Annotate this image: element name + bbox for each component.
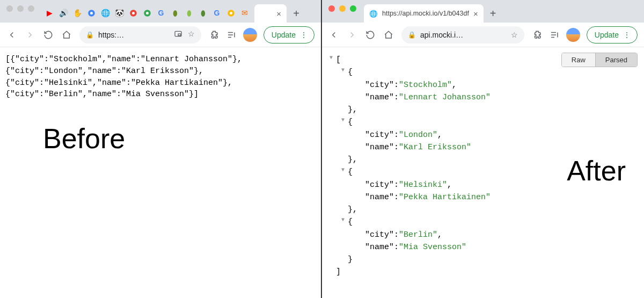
toggle-icon[interactable]: ▼ bbox=[341, 216, 348, 228]
lock-icon: 🔒 bbox=[408, 31, 416, 39]
new-tab-button[interactable]: + bbox=[289, 6, 304, 21]
tabstrip: ▶ 🔊 ✋ 🌐 🐼 G ⬮ ⬮ ⬮ G ✉ × + bbox=[0, 0, 321, 23]
profile-avatar[interactable] bbox=[566, 28, 580, 42]
close-tab-icon[interactable]: × bbox=[276, 9, 281, 18]
menu-dots-icon[interactable]: ⋮ bbox=[300, 31, 308, 39]
traffic-min[interactable] bbox=[17, 5, 24, 12]
close-tab-icon[interactable]: × bbox=[473, 9, 478, 18]
svg-point-5 bbox=[146, 12, 149, 14]
globe-icon: 🌐 bbox=[369, 9, 378, 18]
pinned-leaf3-icon[interactable]: ⬮ bbox=[199, 9, 207, 17]
reload-button[interactable] bbox=[365, 30, 376, 40]
toolbar-actions: Update ⋮ bbox=[532, 26, 638, 43]
svg-point-1 bbox=[90, 12, 93, 14]
update-button[interactable]: Update ⋮ bbox=[587, 26, 638, 43]
toolbar: 🔒 https:… ☆ Update ⋮ bbox=[0, 23, 321, 47]
extensions-icon[interactable] bbox=[532, 30, 543, 40]
json-property-row: "city": "London", bbox=[330, 129, 639, 141]
active-tab[interactable]: × bbox=[254, 4, 287, 23]
mac-traffic-lights bbox=[3, 5, 40, 17]
active-tab[interactable]: 🌐 https://api.mocki.io/v1/b043df × bbox=[364, 4, 484, 23]
traffic-min[interactable] bbox=[339, 5, 346, 12]
json-property-row: "name": "Lennart Johansson" bbox=[330, 91, 639, 104]
update-label: Update bbox=[272, 31, 296, 39]
extensions-icon[interactable] bbox=[209, 30, 219, 40]
tabstrip: 🌐 https://api.mocki.io/v1/b043df × + bbox=[322, 0, 644, 23]
pinned-panda-icon[interactable]: 🐼 bbox=[115, 9, 123, 17]
url-text: api.mocki.i… bbox=[420, 31, 507, 39]
after-label: After bbox=[567, 155, 626, 187]
address-bar[interactable]: 🔒 api.mocki.i… ☆ bbox=[401, 26, 524, 43]
reload-button[interactable] bbox=[43, 30, 54, 40]
home-button[interactable] bbox=[61, 30, 72, 40]
traffic-max[interactable] bbox=[28, 5, 34, 12]
tab-title: https://api.mocki.io/v1/b043df bbox=[382, 10, 469, 17]
lock-icon: 🔒 bbox=[86, 31, 94, 39]
parsed-tab-button[interactable]: Parsed bbox=[595, 53, 637, 67]
svg-point-3 bbox=[132, 12, 135, 14]
before-window: ▶ 🔊 ✋ 🌐 🐼 G ⬮ ⬮ ⬮ G ✉ × + 🔒 http bbox=[0, 0, 322, 298]
forward-button[interactable] bbox=[347, 30, 357, 40]
pinned-mail-icon[interactable]: ✉ bbox=[240, 9, 249, 17]
reading-list-icon[interactable] bbox=[226, 30, 237, 40]
toolbar: 🔒 api.mocki.i… ☆ Update ⋮ bbox=[322, 23, 644, 47]
json-property-row: "name": "Mia Svensson" bbox=[330, 241, 639, 253]
profile-avatar[interactable] bbox=[243, 28, 257, 42]
update-button[interactable]: Update ⋮ bbox=[264, 26, 314, 43]
json-viewer-toolbar: Raw Parsed bbox=[561, 53, 638, 67]
forward-button[interactable] bbox=[25, 30, 35, 40]
toggle-icon[interactable]: ▼ bbox=[341, 166, 348, 178]
before-label: Before bbox=[43, 122, 125, 155]
svg-rect-9 bbox=[178, 34, 181, 35]
raw-json-text: [{"city":"Stockholm","name":"Lennart Joh… bbox=[5, 54, 316, 100]
traffic-max[interactable] bbox=[350, 5, 356, 12]
json-property-row: "city": "Stockholm", bbox=[330, 79, 639, 91]
star-icon[interactable]: ☆ bbox=[511, 31, 518, 39]
pip-icon[interactable] bbox=[174, 30, 182, 40]
pinned-google2-icon[interactable]: G bbox=[213, 9, 221, 17]
menu-dots-icon[interactable]: ⋮ bbox=[623, 31, 631, 39]
pinned-sound-icon[interactable]: 🔊 bbox=[59, 9, 68, 17]
traffic-close[interactable] bbox=[328, 5, 335, 12]
raw-tab-button[interactable]: Raw bbox=[562, 53, 595, 67]
pinned-chrome3-icon[interactable] bbox=[143, 9, 151, 17]
page-content: [{"city":"Stockholm","name":"Lennart Joh… bbox=[0, 47, 321, 298]
address-bar[interactable]: 🔒 https:… ☆ bbox=[79, 26, 201, 43]
pinned-youtube-icon[interactable]: ▶ bbox=[45, 9, 54, 17]
toggle-icon[interactable]: ▼ bbox=[330, 54, 336, 66]
update-label: Update bbox=[595, 31, 619, 39]
star-icon[interactable]: ☆ bbox=[188, 30, 195, 40]
page-content: Raw Parsed ▼[▼{"city": "Stockholm","name… bbox=[322, 47, 644, 298]
pinned-tabs: ▶ 🔊 ✋ 🌐 🐼 G ⬮ ⬮ ⬮ G ✉ bbox=[42, 9, 252, 23]
json-property-row: "name": "Pekka Hartikainen" bbox=[330, 191, 639, 203]
reading-list-icon[interactable] bbox=[549, 30, 560, 40]
url-text: https:… bbox=[98, 31, 170, 39]
toolbar-actions: Update ⋮ bbox=[209, 26, 314, 43]
svg-point-7 bbox=[230, 12, 232, 14]
pinned-globe-icon[interactable]: 🌐 bbox=[101, 9, 109, 17]
pinned-chrome2-icon[interactable] bbox=[129, 9, 137, 17]
json-property-row: "city": "Berlin", bbox=[330, 229, 639, 241]
home-button[interactable] bbox=[383, 30, 394, 40]
json-property-row: "name": "Karl Eriksson" bbox=[330, 141, 639, 154]
toggle-icon[interactable]: ▼ bbox=[341, 116, 348, 128]
pinned-chrome4-icon[interactable] bbox=[226, 9, 235, 17]
mac-traffic-lights bbox=[325, 5, 362, 17]
new-tab-button[interactable]: + bbox=[486, 6, 501, 21]
after-window: 🌐 https://api.mocki.io/v1/b043df × + 🔒 a… bbox=[322, 0, 644, 298]
back-button[interactable] bbox=[6, 30, 17, 40]
pinned-chrome-icon[interactable] bbox=[87, 9, 96, 17]
pinned-hand-icon[interactable]: ✋ bbox=[73, 9, 82, 17]
pinned-leaf2-icon[interactable]: ⬮ bbox=[185, 9, 193, 17]
pinned-leaf1-icon[interactable]: ⬮ bbox=[171, 9, 179, 17]
back-button[interactable] bbox=[328, 30, 339, 40]
toggle-icon[interactable]: ▼ bbox=[341, 66, 348, 78]
pinned-google-icon[interactable]: G bbox=[157, 9, 165, 17]
traffic-close[interactable] bbox=[6, 5, 13, 12]
